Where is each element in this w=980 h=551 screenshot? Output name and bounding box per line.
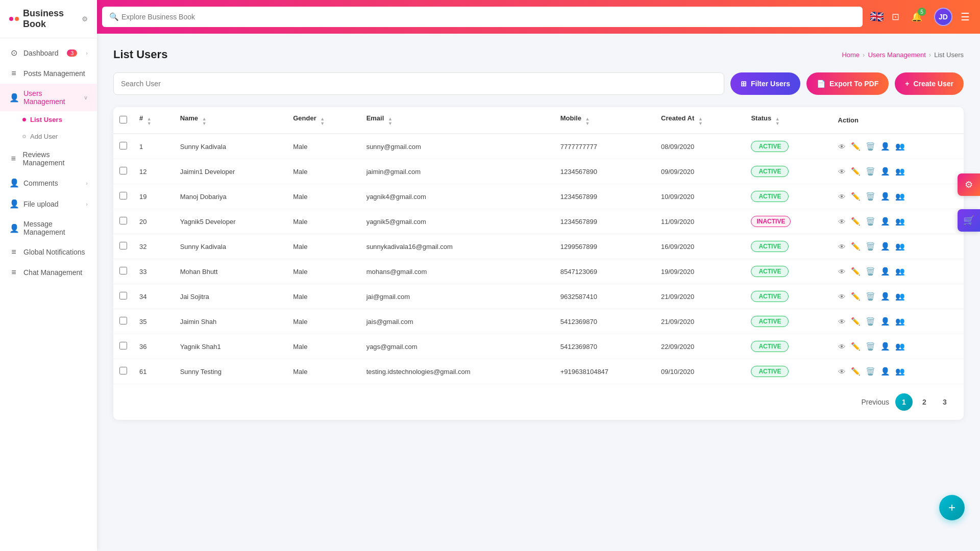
sidebar-item-label: File upload bbox=[23, 200, 59, 208]
user-plus-icon[interactable]: 👥 bbox=[895, 142, 905, 151]
user-plus-icon[interactable]: 👥 bbox=[895, 217, 905, 226]
avatar[interactable]: JD bbox=[934, 8, 952, 26]
col-num[interactable]: # ▲▼ bbox=[133, 107, 174, 134]
page-btn-2[interactable]: 2 bbox=[916, 393, 933, 411]
menu-icon[interactable]: ☰ bbox=[961, 11, 970, 23]
col-name[interactable]: Name ▲▼ bbox=[174, 107, 287, 134]
user-icon[interactable]: 👤 bbox=[880, 167, 890, 176]
row-checkbox[interactable] bbox=[119, 267, 127, 274]
delete-icon[interactable]: 🗑️ bbox=[866, 192, 875, 201]
sidebar-item-message-management[interactable]: 👤 Message Management bbox=[0, 214, 97, 242]
dashboard-badge: 3 bbox=[67, 49, 77, 57]
user-icon[interactable]: 👤 bbox=[880, 142, 890, 151]
filter-users-button[interactable]: ⊞ Filter Users bbox=[730, 72, 800, 95]
col-gender[interactable]: Gender ▲▼ bbox=[287, 107, 360, 134]
delete-icon[interactable]: 🗑️ bbox=[866, 367, 875, 376]
sidebar-item-global-notifications[interactable]: ≡ Global Notifications bbox=[0, 242, 97, 262]
breadcrumb-home[interactable]: Home bbox=[842, 51, 860, 59]
export-pdf-button[interactable]: 📄 Export To PDF bbox=[806, 72, 889, 95]
float-cart-button[interactable]: 🛒 bbox=[958, 209, 980, 232]
user-plus-icon[interactable]: 👥 bbox=[895, 367, 905, 376]
view-icon[interactable]: 👁 bbox=[838, 192, 846, 201]
topbar-search-input[interactable] bbox=[102, 7, 863, 27]
user-icon[interactable]: 👤 bbox=[880, 292, 890, 301]
breadcrumb-users-management[interactable]: Users Management bbox=[868, 51, 925, 59]
row-checkbox[interactable] bbox=[119, 217, 127, 224]
view-icon[interactable]: 👁 bbox=[838, 267, 846, 276]
edit-icon[interactable]: ✏️ bbox=[851, 317, 861, 326]
sidebar-item-posts-management[interactable]: ≡ Posts Management bbox=[0, 63, 97, 84]
delete-icon[interactable]: 🗑️ bbox=[866, 292, 875, 301]
view-icon[interactable]: 👁 bbox=[838, 217, 846, 226]
col-email[interactable]: Email ▲▼ bbox=[360, 107, 554, 134]
delete-icon[interactable]: 🗑️ bbox=[866, 217, 875, 226]
view-icon[interactable]: 👁 bbox=[838, 367, 846, 376]
sidebar-item-comments[interactable]: 👤 Comments › bbox=[0, 172, 97, 193]
view-icon[interactable]: 👁 bbox=[838, 242, 846, 251]
edit-icon[interactable]: ✏️ bbox=[851, 217, 861, 226]
user-plus-icon[interactable]: 👥 bbox=[895, 167, 905, 176]
row-checkbox[interactable] bbox=[119, 167, 127, 174]
user-plus-icon[interactable]: 👥 bbox=[895, 317, 905, 326]
user-plus-icon[interactable]: 👥 bbox=[895, 242, 905, 251]
delete-icon[interactable]: 🗑️ bbox=[866, 342, 875, 351]
user-icon[interactable]: 👤 bbox=[880, 367, 890, 376]
delete-icon[interactable]: 🗑️ bbox=[866, 167, 875, 176]
edit-icon[interactable]: ✏️ bbox=[851, 167, 861, 176]
edit-icon[interactable]: ✏️ bbox=[851, 292, 861, 301]
row-checkbox[interactable] bbox=[119, 317, 127, 324]
user-plus-icon[interactable]: 👥 bbox=[895, 192, 905, 201]
screen-icon[interactable]: ⊡ bbox=[892, 11, 899, 22]
page-btn-3[interactable]: 3 bbox=[936, 393, 953, 411]
delete-icon[interactable]: 🗑️ bbox=[866, 242, 875, 251]
view-icon[interactable]: 👁 bbox=[838, 142, 846, 151]
row-checkbox[interactable] bbox=[119, 142, 127, 149]
delete-icon[interactable]: 🗑️ bbox=[866, 267, 875, 276]
view-icon[interactable]: 👁 bbox=[838, 317, 846, 326]
user-icon[interactable]: 👤 bbox=[880, 217, 890, 226]
col-mobile[interactable]: Mobile ▲▼ bbox=[554, 107, 655, 134]
user-icon[interactable]: 👤 bbox=[880, 317, 890, 326]
view-icon[interactable]: 👁 bbox=[838, 342, 846, 351]
user-plus-icon[interactable]: 👥 bbox=[895, 342, 905, 351]
row-checkbox[interactable] bbox=[119, 342, 127, 349]
row-checkbox[interactable] bbox=[119, 192, 127, 199]
user-icon[interactable]: 👤 bbox=[880, 342, 890, 351]
row-created-at: 16/09/2020 bbox=[655, 234, 745, 259]
col-status[interactable]: Status ▲▼ bbox=[745, 107, 831, 134]
row-checkbox[interactable] bbox=[119, 292, 127, 299]
delete-icon[interactable]: 🗑️ bbox=[866, 317, 875, 326]
select-all-checkbox[interactable] bbox=[119, 116, 127, 123]
edit-icon[interactable]: ✏️ bbox=[851, 367, 861, 376]
delete-icon[interactable]: 🗑️ bbox=[866, 142, 875, 151]
col-created-at[interactable]: Created At ▲▼ bbox=[655, 107, 745, 134]
sidebar-subitem-add-user[interactable]: Add User bbox=[0, 128, 97, 145]
sidebar-item-users-management[interactable]: 👤 Users Management ∨ bbox=[0, 84, 97, 111]
user-icon[interactable]: 👤 bbox=[880, 192, 890, 201]
user-plus-icon[interactable]: 👥 bbox=[895, 267, 905, 276]
view-icon[interactable]: 👁 bbox=[838, 292, 846, 301]
sidebar-item-dashboard[interactable]: ⊙ Dashboard 3 › bbox=[0, 42, 97, 63]
float-settings-button[interactable]: ⚙ bbox=[958, 173, 980, 196]
edit-icon[interactable]: ✏️ bbox=[851, 242, 861, 251]
create-user-button[interactable]: + Create User bbox=[895, 72, 964, 95]
row-checkbox[interactable] bbox=[119, 242, 127, 249]
edit-icon[interactable]: ✏️ bbox=[851, 267, 861, 276]
edit-icon[interactable]: ✏️ bbox=[851, 192, 861, 201]
edit-icon[interactable]: ✏️ bbox=[851, 342, 861, 351]
user-icon[interactable]: 👤 bbox=[880, 267, 890, 276]
user-plus-icon[interactable]: 👥 bbox=[895, 292, 905, 301]
user-icon[interactable]: 👤 bbox=[880, 242, 890, 251]
search-user-input[interactable] bbox=[113, 72, 724, 95]
sidebar-subitem-list-users[interactable]: List Users bbox=[0, 111, 97, 128]
row-checkbox[interactable] bbox=[119, 367, 127, 374]
sidebar-item-chat-management[interactable]: ≡ Chat Management bbox=[0, 262, 97, 283]
notification-button[interactable]: 🔔 5 bbox=[908, 8, 926, 26]
flag-icon[interactable]: 🇬🇧 bbox=[870, 10, 884, 23]
edit-icon[interactable]: ✏️ bbox=[851, 142, 861, 151]
sidebar-item-reviews-management[interactable]: ≡ Reviews Management bbox=[0, 145, 97, 172]
float-add-button[interactable]: + bbox=[939, 495, 965, 520]
page-btn-1[interactable]: 1 bbox=[895, 393, 913, 411]
view-icon[interactable]: 👁 bbox=[838, 167, 846, 176]
sidebar-item-file-upload[interactable]: 👤 File upload › bbox=[0, 193, 97, 214]
